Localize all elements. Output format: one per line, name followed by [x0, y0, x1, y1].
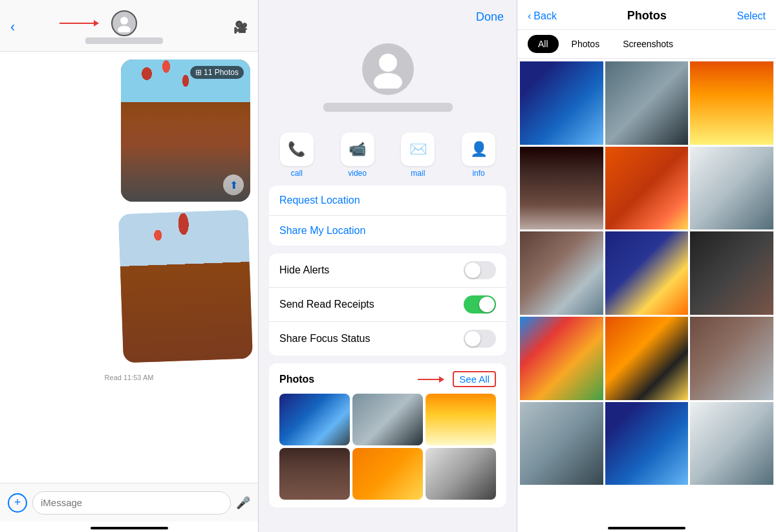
photo-image-1: ⬆ — [121, 59, 250, 202]
call-action-button[interactable]: 📞 call — [272, 133, 322, 178]
home-indicator — [0, 522, 258, 532]
add-attachment-button[interactable]: + — [8, 493, 27, 513]
save-icon[interactable]: ⬆ — [223, 175, 244, 195]
svg-point-2 — [379, 54, 397, 72]
photo-cell-1[interactable] — [520, 61, 603, 145]
back-button[interactable]: ‹ — [10, 19, 15, 36]
svg-point-1 — [118, 26, 131, 32]
read-receipts-label: Send Read Receipts — [279, 299, 374, 310]
read-receipts-toggle[interactable] — [464, 295, 496, 314]
photos-select-button[interactable]: Select — [737, 10, 766, 22]
mail-label: mail — [411, 169, 425, 178]
contact-avatar-container — [111, 10, 137, 36]
see-all-button[interactable]: See All — [453, 371, 496, 387]
thumb-3[interactable] — [426, 394, 496, 445]
photo-cell-10[interactable] — [520, 317, 603, 400]
photos-home-indicator — [517, 522, 776, 532]
toggles-section: Hide Alerts Send Read Receipts Share Foc… — [269, 253, 506, 356]
photo-cell-7[interactable] — [520, 231, 603, 315]
thumb-6[interactable] — [426, 448, 496, 500]
see-all-arrow — [418, 379, 444, 380]
photos-back-button[interactable]: ‹ Back — [528, 10, 557, 22]
chat-header: ‹ 🎥 — [0, 0, 258, 52]
photo-cell-11[interactable] — [605, 317, 689, 400]
photo-image-2 — [118, 210, 253, 363]
svg-point-0 — [120, 17, 128, 25]
photo-cell-14[interactable] — [605, 402, 689, 485]
message-input[interactable] — [32, 491, 231, 515]
tab-all[interactable]: All — [528, 35, 559, 53]
info-contact-name — [323, 103, 453, 112]
request-location-label: Request Location — [279, 195, 360, 206]
focus-status-label: Share Focus Status — [279, 333, 371, 345]
mail-icon: ✉️ — [401, 133, 435, 166]
focus-status-item: Share Focus Status — [269, 322, 506, 356]
info-header: Done — [259, 0, 517, 30]
hide-alerts-label: Hide Alerts — [279, 264, 329, 276]
toggle-knob — [465, 262, 480, 278]
call-icon: 📞 — [280, 133, 314, 166]
photos-grid — [517, 59, 776, 522]
photo-cell-15[interactable] — [690, 402, 773, 485]
info-person-icon — [369, 50, 407, 89]
arrow-line — [59, 23, 98, 24]
photos-panel: ‹ Back Photos Select All Photos Screensh… — [517, 0, 776, 532]
photos-nav-header: ‹ Back Photos Select — [517, 0, 776, 30]
photo-count-badge: ⊞ 11 Photos — [190, 66, 244, 79]
hide-alerts-toggle[interactable] — [464, 261, 496, 279]
photo-cell-6[interactable] — [690, 147, 773, 230]
photos-page-title: Photos — [627, 9, 667, 23]
photo-cell-2[interactable] — [605, 61, 689, 145]
photo-cell-8[interactable] — [605, 231, 689, 315]
request-location-item[interactable]: Request Location — [269, 186, 506, 216]
photos-mini-grid — [279, 394, 496, 500]
photo-bubble-1[interactable]: ⬆ ⊞ 11 Photos — [121, 59, 250, 202]
photo-bubble-2[interactable] — [121, 212, 250, 361]
photo-cell-3[interactable] — [690, 61, 773, 145]
video-call-button[interactable]: 🎥 — [233, 20, 248, 34]
tab-photos[interactable]: Photos — [561, 35, 610, 53]
arrow-annotation — [59, 23, 98, 24]
mic-button[interactable]: 🎤 — [236, 496, 250, 510]
photo-cell-4[interactable] — [520, 147, 603, 230]
tab-screenshots[interactable]: Screenshots — [612, 35, 684, 53]
info-action-button[interactable]: 👤 info — [453, 133, 504, 178]
see-all-container: See All — [418, 371, 496, 387]
call-label: call — [291, 169, 303, 178]
read-receipts-item: Send Read Receipts — [269, 288, 506, 322]
photo-cell-13[interactable] — [520, 402, 603, 485]
photo-cell-12[interactable] — [690, 317, 773, 400]
toggle-knob-2 — [479, 297, 495, 312]
read-timestamp: Read 11:53 AM — [8, 374, 250, 381]
photo-cell-5[interactable] — [605, 147, 689, 230]
info-label: info — [472, 169, 484, 178]
thumb-2[interactable] — [352, 394, 423, 445]
photo-cell-9[interactable] — [690, 231, 773, 315]
video-action-button[interactable]: 📹 video — [332, 133, 383, 178]
svg-point-3 — [374, 73, 402, 89]
chevron-left-icon: ‹ — [528, 10, 531, 22]
photos-header: Photos See All — [279, 371, 496, 387]
mail-action-button[interactable]: ✉️ mail — [393, 133, 444, 178]
thumb-1[interactable] — [279, 394, 350, 445]
contact-avatar[interactable] — [111, 10, 137, 36]
photos-title: Photos — [279, 374, 314, 385]
share-location-label: Share My Location — [279, 225, 365, 237]
location-menu: Request Location Share My Location — [269, 186, 506, 246]
share-location-item[interactable]: Share My Location — [269, 216, 506, 246]
photos-section: Photos See All — [269, 363, 506, 507]
info-person-icon-btn: 👤 — [462, 133, 495, 166]
focus-status-toggle[interactable] — [464, 330, 496, 348]
thumb-5[interactable] — [352, 448, 423, 500]
info-avatar — [362, 43, 414, 95]
chat-header-center — [85, 10, 163, 44]
toggle-knob-3 — [465, 331, 480, 346]
chat-panel: ‹ 🎥 ⬆ ⊞ 11 Photos — [0, 0, 259, 532]
contact-name — [85, 37, 163, 44]
hide-alerts-item: Hide Alerts — [269, 253, 506, 288]
home-bar — [91, 527, 168, 529]
thumb-4[interactable] — [279, 448, 350, 500]
photos-tabs: All Photos Screenshots — [517, 30, 776, 59]
done-button[interactable]: Done — [476, 10, 504, 24]
video-label: video — [348, 169, 367, 178]
